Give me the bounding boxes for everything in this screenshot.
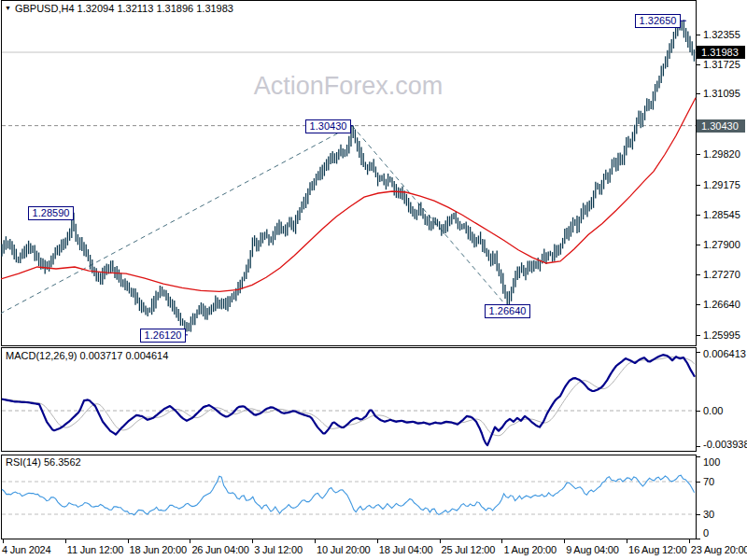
price-axis-label: 1.26640 bbox=[703, 299, 740, 311]
rsi-panel-canvas[interactable] bbox=[1, 455, 697, 539]
time-axis-label: 9 Aug 04:00 bbox=[566, 544, 619, 555]
price-level-callout[interactable]: 1.28590 bbox=[28, 206, 74, 220]
rsi-axis-label: 0 bbox=[703, 527, 709, 539]
rsi-axis-label: 70 bbox=[703, 476, 714, 488]
axis-tick-dash bbox=[697, 274, 700, 275]
macd-axis-label: 0.006413 bbox=[703, 348, 746, 360]
candlestick-series bbox=[2, 20, 694, 331]
axis-tick-dash bbox=[697, 93, 700, 94]
axis-tick-dash bbox=[697, 446, 700, 447]
price-axis-label: 1.25995 bbox=[703, 329, 740, 342]
time-axis-label: 18 Jun 20:00 bbox=[130, 544, 187, 555]
time-axis-tick bbox=[190, 539, 190, 543]
time-axis-tick bbox=[440, 539, 441, 543]
time-axis-label: 4 Jun 2024 bbox=[2, 544, 50, 555]
macd-indicator-label: MACD(12,26,9) 0.003717 0.004614 bbox=[6, 350, 168, 361]
time-axis-label: 1 Aug 20:00 bbox=[503, 544, 557, 555]
time-axis-label: 10 Jul 20:00 bbox=[317, 544, 371, 555]
price-axis-label: 1.32355 bbox=[703, 29, 740, 41]
rsi-indicator-label: RSI(14) 56.3562 bbox=[6, 456, 81, 468]
axis-tick-dash bbox=[697, 335, 700, 336]
time-axis-tick bbox=[689, 539, 690, 543]
time-axis-tick bbox=[501, 539, 502, 543]
chart-title-text: GBPUSD,H4 1.32094 1.32113 1.31896 1.3198… bbox=[15, 3, 233, 14]
time-axis-tick bbox=[377, 539, 378, 543]
axis-tick-dash bbox=[697, 304, 700, 305]
axis-tick-dash bbox=[697, 352, 700, 353]
time-axis-label: 3 Jul 12:00 bbox=[254, 544, 303, 555]
macd-panel-canvas[interactable] bbox=[1, 347, 697, 452]
current-price-badge: 1.31983 bbox=[697, 46, 745, 59]
macd-axis-label: 0.00 bbox=[703, 405, 723, 417]
price-level-callout[interactable]: 1.26640 bbox=[485, 304, 530, 318]
price-axis-label: 1.27270 bbox=[703, 269, 740, 281]
time-axis-label: 26 Jun 04:00 bbox=[191, 544, 248, 555]
time-axis-tick bbox=[65, 539, 66, 543]
highlighted-level-badge: 1.30430 bbox=[697, 119, 745, 133]
chart-title: ▼GBPUSD,H4 1.32094 1.32113 1.31896 1.319… bbox=[5, 3, 233, 14]
axis-tick-dash bbox=[697, 185, 700, 186]
time-axis-tick bbox=[564, 539, 565, 543]
rsi-panel-border bbox=[2, 455, 697, 539]
axis-tick-dash bbox=[697, 514, 700, 515]
axis-tick-dash bbox=[697, 411, 700, 412]
macd-panel-border bbox=[2, 348, 697, 452]
time-axis-tick bbox=[315, 539, 316, 543]
axis-tick-dash bbox=[697, 245, 700, 245]
price-axis-label: 1.29175 bbox=[703, 179, 740, 191]
rsi-axis-label: 100 bbox=[703, 456, 720, 469]
time-axis-label: 11 Jun 12:00 bbox=[67, 544, 123, 555]
axis-tick-dash bbox=[697, 64, 700, 65]
axis-tick-dash bbox=[697, 539, 700, 539]
chart-window: ActionForex.com ▼GBPUSD,H4 1.32094 1.321… bbox=[0, 0, 747, 560]
price-axis-label: 1.31095 bbox=[703, 88, 740, 100]
axis-tick-dash bbox=[697, 154, 700, 155]
macd-axis-label: -0.003938 bbox=[703, 439, 747, 451]
axis-tick-dash bbox=[697, 35, 700, 35]
price-axis-label: 1.31725 bbox=[703, 59, 740, 71]
axis-tick-dash bbox=[697, 482, 700, 483]
price-axis-label: 1.28545 bbox=[703, 209, 740, 221]
time-axis-label: 25 Jul 12:00 bbox=[442, 544, 496, 555]
macd-line bbox=[2, 355, 695, 445]
price-level-callout[interactable]: 1.26120 bbox=[140, 329, 186, 343]
price-level-callout[interactable]: 1.30430 bbox=[305, 119, 351, 133]
time-axis-tick bbox=[128, 539, 129, 543]
price-axis-label: 1.29820 bbox=[703, 148, 740, 161]
axis-tick-dash bbox=[697, 456, 700, 457]
main-chart-canvas[interactable] bbox=[1, 0, 697, 346]
collapse-chart-icon[interactable]: ▼ bbox=[5, 5, 11, 11]
price-axis-label: 1.27900 bbox=[703, 239, 740, 251]
time-axis-label: 18 Jul 04:00 bbox=[379, 544, 433, 555]
axis-tick-dash bbox=[697, 215, 700, 216]
time-axis-label: 16 Aug 12:00 bbox=[628, 544, 686, 555]
time-axis-tick bbox=[627, 539, 627, 543]
price-level-callout[interactable]: 1.32650 bbox=[635, 14, 681, 28]
time-axis-label: 23 Aug 20:00 bbox=[691, 544, 747, 555]
trendline[interactable] bbox=[352, 126, 516, 318]
time-axis-tick bbox=[252, 539, 253, 543]
rsi-axis-label: 30 bbox=[703, 509, 714, 521]
time-axis-tick bbox=[3, 539, 4, 543]
